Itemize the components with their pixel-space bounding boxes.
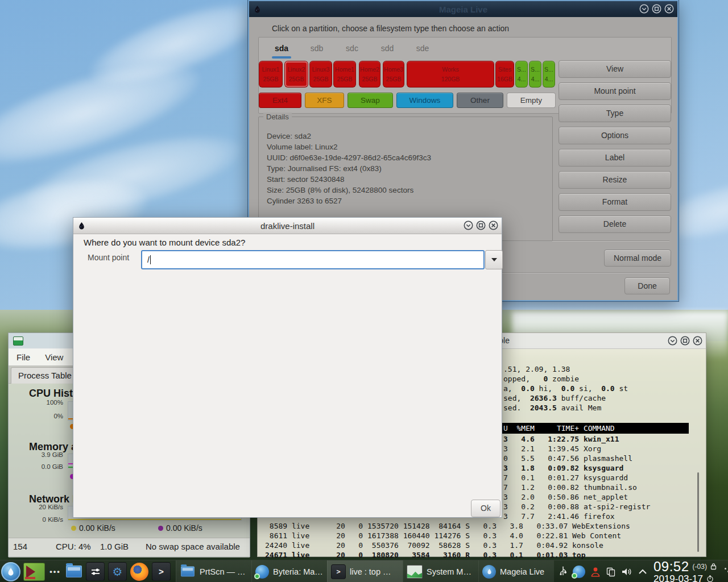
partition-block-S[interactable]: S...4... [515, 61, 528, 88]
panel-toggle-button[interactable] [721, 562, 728, 581]
maximize-button[interactable] [476, 221, 486, 230]
process-row: 3 7.7 2:41.46 firefox [503, 512, 706, 521]
maximize-button[interactable] [680, 336, 690, 346]
partition-block-Home3[interactable]: Home325GB [383, 61, 404, 88]
details-line: Start: sector 52430848 [267, 174, 552, 185]
fs-type-button-swap[interactable]: Swap [348, 93, 393, 108]
chevron-down-icon [491, 258, 497, 261]
close-button[interactable] [664, 4, 674, 14]
partition-size: 4... [543, 74, 555, 84]
tab-sdc[interactable]: sdc [340, 38, 365, 59]
top-summary-line: .51, 2.09, 1.38 [503, 364, 628, 374]
partition-manager-titlebar[interactable]: Mageia Live [249, 1, 677, 17]
file-manager-launcher[interactable] [64, 562, 84, 581]
volume-icon[interactable] [621, 567, 632, 577]
top-summary-line: sed, 2636.3 buff/cache [503, 393, 628, 403]
partition-block-Sites[interactable]: Sites16GB [495, 61, 514, 88]
fs-type-button-other[interactable]: Other [457, 93, 503, 108]
partition-block-S[interactable]: S...4... [543, 61, 555, 88]
mount-point-input[interactable]: / [141, 250, 485, 269]
tab-sdb[interactable]: sdb [304, 38, 329, 59]
partition-block-Linux3[interactable]: Linux325GB [309, 61, 332, 88]
fs-type-button-ext4[interactable]: Ext4 [259, 93, 301, 108]
close-button[interactable] [489, 221, 498, 230]
tab-sdd[interactable]: sdd [375, 38, 400, 59]
fs-type-button-windows[interactable]: Windows [396, 93, 453, 108]
terminal-icon: > [331, 564, 346, 579]
desktop-pager-button[interactable] [22, 563, 47, 581]
taskbar-task-folder[interactable]: PrtScn — Do... [176, 560, 251, 582]
fs-type-button-empty[interactable]: Empty [507, 93, 556, 108]
taskbar-task-system-monitor[interactable]: System Mon... [403, 560, 478, 582]
firefox-launcher[interactable] [129, 563, 150, 581]
timer-icon [706, 575, 714, 582]
expand-chevron-icon[interactable] [638, 568, 648, 575]
task-label: Mageia Live [500, 567, 544, 576]
delete-button[interactable]: Delete [559, 215, 671, 233]
partition-label: Works [407, 65, 494, 74]
partition-manager-window-controls [639, 4, 674, 14]
partition-label: Sites [496, 65, 514, 74]
digital-clock[interactable]: 09:52 (-03) 2019-03-17 [653, 560, 717, 582]
process-row: 8611 live 20 0 1617388 160440 114276 S 0… [265, 531, 706, 541]
tab-process-table[interactable]: Process Table [11, 367, 79, 384]
maximize-button[interactable] [652, 4, 661, 14]
menu-view[interactable]: View [45, 352, 63, 362]
taskbar-task-globe[interactable]: Byteria: Mag... [251, 560, 327, 582]
network-graph-line [68, 519, 241, 520]
settings-launcher[interactable] [86, 562, 105, 581]
minimize-button[interactable] [639, 4, 649, 14]
partition-block-Linux2[interactable]: Linux225GB [284, 61, 308, 88]
partition-block-Linux1[interactable]: Linux125GB [259, 61, 283, 88]
done-button[interactable]: Done [624, 277, 670, 294]
terminal-prompt-icon: > [152, 562, 171, 581]
network-legend-in: 0.00 KiB/s [79, 523, 115, 533]
ok-button[interactable]: Ok [471, 500, 500, 517]
tab-sda[interactable]: sda [269, 38, 294, 59]
process-row: 3 4.6 1:22.75 kwin_x11 [503, 434, 706, 444]
label-button[interactable]: Label [559, 149, 671, 167]
tab-sde[interactable]: sde [410, 38, 435, 59]
mount-point-button[interactable]: Mount point [559, 82, 671, 100]
network-icon[interactable] [573, 566, 585, 578]
taskbar-task-mageia[interactable]: Mageia Live [478, 560, 554, 582]
close-button[interactable] [693, 336, 702, 346]
taskbar-task-terminal[interactable]: >live : top — ... [327, 560, 403, 582]
process-row: 24671 live 20 0 180820 3584 3160 R 0.3 0… [265, 550, 706, 560]
partition-block-Home2[interactable]: Home225GB [359, 61, 380, 88]
mageia-icon [482, 565, 496, 579]
task-overflow-button[interactable]: ••• [47, 562, 64, 581]
mageia-menu-button[interactable] [0, 562, 22, 581]
partition-block-Home1[interactable]: Home125GB [333, 61, 356, 88]
partition-size: 25GB [334, 74, 355, 84]
scrollbar[interactable] [697, 472, 699, 552]
partition-label: Home2 [359, 65, 380, 74]
clipboard-icon[interactable] [606, 567, 616, 577]
instruction-text: Click on a partition, choose a filesyste… [272, 24, 509, 33]
control-center-launcher[interactable]: ⚙ [108, 562, 127, 581]
fs-type-button-xfs[interactable]: XFS [305, 93, 344, 108]
partition-label: S... [543, 65, 555, 74]
partition-block-S[interactable]: S...4... [529, 61, 541, 88]
process-row: 7 0.1 0:01.27 ksysguardd [503, 473, 706, 483]
type-button[interactable]: Type [559, 105, 671, 122]
konsole-launcher[interactable]: > [152, 562, 171, 581]
minimize-button[interactable] [464, 221, 473, 230]
user-switch-icon[interactable] [590, 566, 601, 577]
details-line: Size: 25GB (8% of disk), 52428800 sector… [267, 185, 552, 196]
partition-size: 16GB [496, 74, 514, 84]
resize-button[interactable]: Resize [559, 171, 671, 189]
mount-point-dropdown-button[interactable] [485, 250, 503, 269]
partition-block-Works[interactable]: Works120GB [407, 61, 494, 88]
partition-label: Linux1 [259, 65, 282, 74]
mount-dialog-titlebar[interactable]: draklive-install [73, 218, 502, 234]
normal-mode-button[interactable]: Normal mode [604, 250, 671, 267]
format-button[interactable]: Format [559, 193, 671, 211]
menu-file[interactable]: File [16, 352, 30, 362]
options-button[interactable]: Options [559, 127, 671, 144]
minimize-button[interactable] [668, 336, 677, 346]
usb-icon[interactable] [559, 566, 568, 577]
top-summary-line: a, 0.0 hi, 0.0 si, 0.0 st [503, 384, 628, 393]
view-button[interactable]: View [559, 60, 671, 78]
partition-label: S... [530, 65, 541, 74]
